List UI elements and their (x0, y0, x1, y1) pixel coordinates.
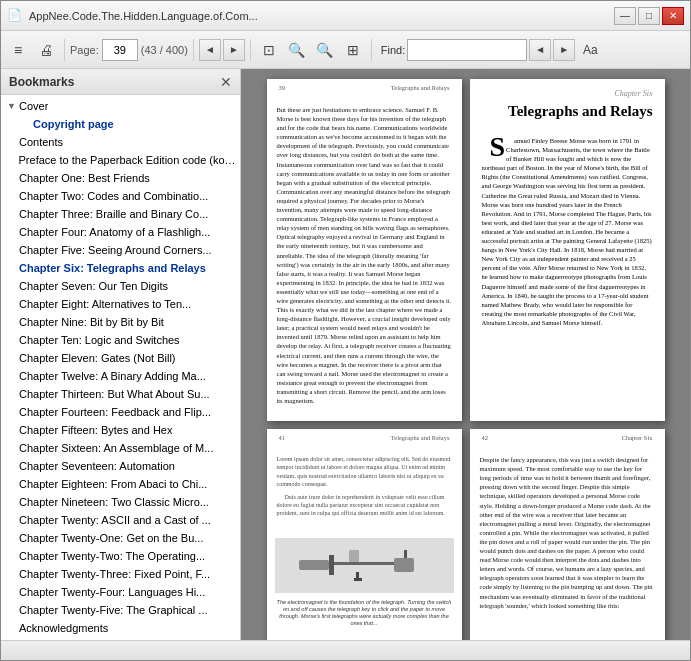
sidebar-close-button[interactable]: ✕ (220, 74, 232, 90)
sidebar-item-10[interactable]: Chapter Seven: Our Ten Digits (1, 277, 240, 295)
sidebar-item-24[interactable]: Chapter Twenty-One: Get on the Bu... (1, 529, 240, 547)
bookmark-label-27: Chapter Twenty-Four: Languages Hi... (19, 586, 205, 598)
sidebar-item-26[interactable]: Chapter Twenty-Three: Fixed Point, F... (1, 565, 240, 583)
sidebar-item-11[interactable]: Chapter Eight: Alternatives to Ten... (1, 295, 240, 313)
sidebar-item-5[interactable]: Chapter Two: Codes and Combinatio... (1, 187, 240, 205)
find-prev-button[interactable]: ◄ (529, 39, 551, 61)
page-body-left-top: But these are just hesitations to embrac… (267, 93, 462, 421)
bookmark-label-5: Chapter Two: Codes and Combinatio... (19, 190, 208, 202)
bookmark-label-20: Chapter Seventeen: Automation (19, 460, 175, 472)
sidebar-item-7[interactable]: Chapter Four: Anatomy of a Flashligh... (1, 223, 240, 241)
bookmark-label-22: Chapter Nineteen: Two Classic Micro... (19, 496, 209, 508)
chapter-title: Telegraphs and Relays (470, 102, 665, 120)
bookmark-label-9: Chapter Six: Telegraphs and Relays (19, 262, 206, 274)
sidebar-item-14[interactable]: Chapter Eleven: Gates (Not Bill) (1, 349, 240, 367)
page-input[interactable] (102, 39, 138, 61)
bookmark-label-25: Chapter Twenty-Two: The Operating... (19, 550, 205, 562)
chapter-body: Samuel Finley Breese Morse was born in 1… (470, 128, 665, 338)
sidebar-item-29[interactable]: Acknowledgments (1, 619, 240, 637)
pdf-content[interactable]: 39 Telegraphs and Relays But these are j… (241, 69, 690, 640)
sidebar-item-16[interactable]: Chapter Thirteen: But What About Su... (1, 385, 240, 403)
separator-2 (193, 39, 194, 61)
bookmark-label-16: Chapter Thirteen: But What About Su... (19, 388, 210, 400)
prev-page-button[interactable]: ◄ (199, 39, 221, 61)
separator-3 (250, 39, 251, 61)
maximize-button[interactable]: □ (638, 7, 660, 25)
sidebar-item-15[interactable]: Chapter Twelve: A Binary Adding Ma... (1, 367, 240, 385)
chapter-num: Chapter Six (482, 89, 653, 98)
bookmark-label-4: Chapter One: Best Friends (19, 172, 150, 184)
print-button[interactable]: 🖨 (33, 37, 59, 63)
svg-rect-1 (329, 555, 334, 575)
bookmark-label-29: Acknowledgments (19, 622, 108, 634)
bookmark-label-6: Chapter Three: Braille and Binary Co... (19, 208, 208, 220)
pages-bottom-row: 41 Telegraphs and Relays Lorem ipsum dol… (267, 429, 665, 640)
sidebar-item-8[interactable]: Chapter Five: Seeing Around Corners... (1, 241, 240, 259)
sidebar-item-28[interactable]: Chapter Twenty-Five: The Graphical ... (1, 601, 240, 619)
bookmark-label-17: Chapter Fourteen: Feedback and Flip... (19, 406, 211, 418)
fit-button[interactable]: ⊡ (256, 37, 282, 63)
drop-cap: S (482, 136, 506, 158)
bookmark-label-18: Chapter Fifteen: Bytes and Hex (19, 424, 172, 436)
bookmark-label-0: Cover (19, 100, 48, 112)
window-controls: — □ ✕ (614, 7, 684, 25)
pages-top-row: 39 Telegraphs and Relays But these are j… (267, 79, 665, 421)
sidebar-item-27[interactable]: Chapter Twenty-Four: Languages Hi... (1, 583, 240, 601)
sidebar-item-3[interactable]: Preface to the Paperback Edition code (k… (1, 151, 240, 169)
svg-rect-4 (404, 550, 407, 558)
zoom-out-button[interactable]: 🔍 (284, 37, 310, 63)
page-num-top-right-bottom: 42 Chapter Six (470, 429, 665, 443)
sidebar-item-17[interactable]: Chapter Fourteen: Feedback and Flip... (1, 403, 240, 421)
bookmark-label-15: Chapter Twelve: A Binary Adding Ma... (19, 370, 206, 382)
bookmark-label-2: Contents (19, 136, 63, 148)
sidebar-item-22[interactable]: Chapter Nineteen: Two Classic Micro... (1, 493, 240, 511)
find-options-button[interactable]: Aa (577, 37, 603, 63)
sidebar-item-20[interactable]: Chapter Seventeen: Automation (1, 457, 240, 475)
sidebar-item-21[interactable]: Chapter Eighteen: From Abaci to Chi... (1, 475, 240, 493)
bookmark-label-7: Chapter Four: Anatomy of a Flashligh... (19, 226, 210, 238)
separator-1 (64, 39, 65, 61)
sidebar-header: Bookmarks ✕ (1, 69, 240, 95)
sidebar-item-4[interactable]: Chapter One: Best Friends (1, 169, 240, 187)
sidebar-item-6[interactable]: Chapter Three: Braille and Binary Co... (1, 205, 240, 223)
sidebar-item-1[interactable]: Copyright page (1, 115, 240, 133)
zoom-in-button[interactable]: 🔍 (312, 37, 338, 63)
sidebar-item-23[interactable]: Chapter Twenty: ASCII and a Cast of ... (1, 511, 240, 529)
find-input[interactable] (407, 39, 527, 61)
sidebar-content[interactable]: ▼CoverCopyright pageContentsPreface to t… (1, 95, 240, 640)
svg-rect-7 (354, 578, 362, 581)
page-body-right-bottom: Despite the fancy appearance, this was j… (470, 443, 665, 626)
page-info: (43 / 400) (141, 44, 188, 56)
pdf-page-right-bottom: 42 Chapter Six Despite the fancy appeara… (470, 429, 665, 640)
sidebar-item-25[interactable]: Chapter Twenty-Two: The Operating... (1, 547, 240, 565)
bookmark-label-11: Chapter Eight: Alternatives to Ten... (19, 298, 191, 310)
sidebar-item-18[interactable]: Chapter Fifteen: Bytes and Hex (1, 421, 240, 439)
sidebar-item-0[interactable]: ▼Cover (1, 97, 240, 115)
svg-rect-2 (334, 562, 394, 565)
sidebar-item-2[interactable]: Contents (1, 133, 240, 151)
status-bar (1, 640, 690, 660)
window-title: AppNee.Code.The.Hidden.Language.of.Com..… (29, 10, 614, 22)
menu-button[interactable]: ≡ (5, 37, 31, 63)
pdf-page-left-top: 39 Telegraphs and Relays But these are j… (267, 79, 462, 421)
bookmark-label-26: Chapter Twenty-Three: Fixed Point, F... (19, 568, 210, 580)
sidebar-item-9[interactable]: Chapter Six: Telegraphs and Relays (1, 259, 240, 277)
sidebar-item-12[interactable]: Chapter Nine: Bit by Bit by Bit (1, 313, 240, 331)
sidebar-item-19[interactable]: Chapter Sixteen: An Assemblage of M... (1, 439, 240, 457)
bookmark-label-10: Chapter Seven: Our Ten Digits (19, 280, 168, 292)
next-page-button[interactable]: ► (223, 39, 245, 61)
svg-rect-3 (394, 558, 414, 572)
bookmark-label-21: Chapter Eighteen: From Abaci to Chi... (19, 478, 207, 490)
page-num-top-left: 39 Telegraphs and Relays (267, 79, 462, 93)
column-button[interactable]: ⊞ (340, 37, 366, 63)
main-area: Bookmarks ✕ ▼CoverCopyright pageContents… (1, 69, 690, 640)
find-next-button[interactable]: ► (553, 39, 575, 61)
bookmark-label-28: Chapter Twenty-Five: The Graphical ... (19, 604, 208, 616)
telegraph-image-caption: The electromagnet is the foundation of t… (267, 597, 462, 630)
close-button[interactable]: ✕ (662, 7, 684, 25)
bookmark-label-24: Chapter Twenty-One: Get on the Bu... (19, 532, 203, 544)
bookmark-label-19: Chapter Sixteen: An Assemblage of M... (19, 442, 213, 454)
minimize-button[interactable]: — (614, 7, 636, 25)
svg-rect-5 (349, 550, 359, 562)
sidebar-item-13[interactable]: Chapter Ten: Logic and Switches (1, 331, 240, 349)
